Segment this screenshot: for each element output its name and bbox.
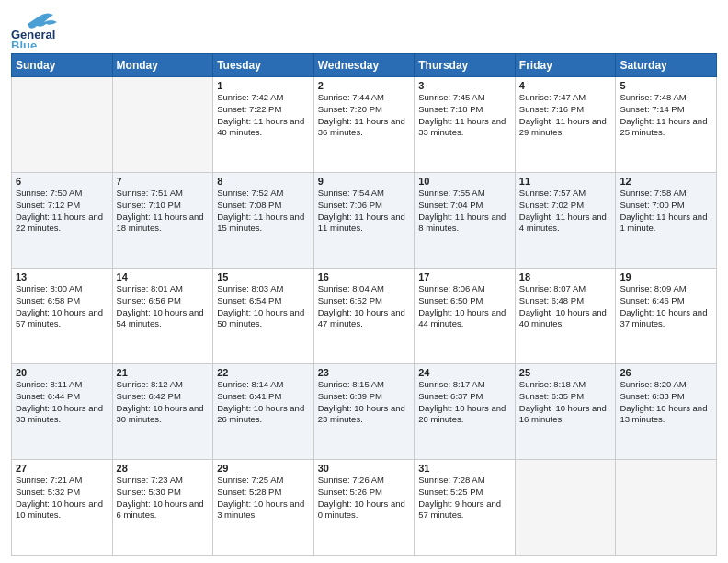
calendar-day-cell xyxy=(515,460,616,556)
day-number: 31 xyxy=(418,463,511,474)
calendar-day-cell: 21Sunrise: 8:12 AMSunset: 6:42 PMDayligh… xyxy=(112,364,213,460)
day-number: 27 xyxy=(16,463,108,474)
calendar-day-header: Wednesday xyxy=(313,54,415,77)
day-info: Sunrise: 8:09 AMSunset: 6:46 PMDaylight:… xyxy=(620,283,712,330)
day-info: Sunrise: 8:18 AMSunset: 6:35 PMDaylight:… xyxy=(519,379,612,426)
calendar-week-row: 1Sunrise: 7:42 AMSunset: 7:22 PMDaylight… xyxy=(12,77,717,173)
day-number: 2 xyxy=(318,80,411,91)
day-info: Sunrise: 7:55 AMSunset: 7:04 PMDaylight:… xyxy=(418,188,511,235)
logo: General Blue xyxy=(11,9,59,48)
calendar-day-cell: 17Sunrise: 8:06 AMSunset: 6:50 PMDayligh… xyxy=(415,269,516,364)
day-number: 15 xyxy=(217,271,310,282)
day-number: 1 xyxy=(217,80,310,91)
calendar-day-header: Saturday xyxy=(616,54,717,77)
calendar-day-cell: 8Sunrise: 7:52 AMSunset: 7:08 PMDaylight… xyxy=(213,173,314,269)
day-info: Sunrise: 7:44 AMSunset: 7:20 PMDaylight:… xyxy=(318,92,411,139)
calendar-day-cell: 2Sunrise: 7:44 AMSunset: 7:20 PMDaylight… xyxy=(313,77,415,173)
day-info: Sunrise: 8:20 AMSunset: 6:33 PMDaylight:… xyxy=(620,379,712,426)
day-number: 29 xyxy=(217,463,310,474)
calendar-day-cell xyxy=(12,77,113,173)
calendar-day-header: Sunday xyxy=(12,54,113,77)
day-number: 20 xyxy=(16,367,108,378)
calendar-day-cell: 5Sunrise: 7:48 AMSunset: 7:14 PMDaylight… xyxy=(616,77,717,173)
calendar-day-cell: 15Sunrise: 8:03 AMSunset: 6:54 PMDayligh… xyxy=(213,269,314,364)
day-number: 7 xyxy=(117,176,210,187)
day-info: Sunrise: 8:01 AMSunset: 6:56 PMDaylight:… xyxy=(117,283,210,330)
day-number: 8 xyxy=(217,176,310,187)
day-info: Sunrise: 7:21 AMSunset: 5:32 PMDaylight:… xyxy=(16,475,108,522)
day-number: 28 xyxy=(117,463,210,474)
calendar-day-header: Tuesday xyxy=(213,54,314,77)
calendar-day-cell: 29Sunrise: 7:25 AMSunset: 5:28 PMDayligh… xyxy=(213,460,314,556)
day-info: Sunrise: 7:50 AMSunset: 7:12 PMDaylight:… xyxy=(16,188,108,235)
day-number: 10 xyxy=(418,176,511,187)
calendar-day-cell: 18Sunrise: 8:07 AMSunset: 6:48 PMDayligh… xyxy=(515,269,616,364)
day-info: Sunrise: 7:58 AMSunset: 7:00 PMDaylight:… xyxy=(620,188,712,235)
day-number: 23 xyxy=(318,367,411,378)
day-number: 4 xyxy=(519,80,612,91)
calendar-day-cell xyxy=(616,460,717,556)
day-number: 5 xyxy=(620,80,712,91)
day-number: 25 xyxy=(519,367,612,378)
day-number: 22 xyxy=(217,367,310,378)
calendar-day-cell: 1Sunrise: 7:42 AMSunset: 7:22 PMDaylight… xyxy=(213,77,314,173)
day-info: Sunrise: 8:07 AMSunset: 6:48 PMDaylight:… xyxy=(519,283,612,330)
day-number: 30 xyxy=(318,463,411,474)
calendar-day-cell: 10Sunrise: 7:55 AMSunset: 7:04 PMDayligh… xyxy=(415,173,516,269)
day-number: 3 xyxy=(418,80,511,91)
day-info: Sunrise: 8:04 AMSunset: 6:52 PMDaylight:… xyxy=(318,283,411,330)
day-info: Sunrise: 8:03 AMSunset: 6:54 PMDaylight:… xyxy=(217,283,310,330)
calendar-day-header: Monday xyxy=(112,54,213,77)
calendar-day-cell: 13Sunrise: 8:00 AMSunset: 6:58 PMDayligh… xyxy=(12,269,113,364)
day-info: Sunrise: 8:17 AMSunset: 6:37 PMDaylight:… xyxy=(418,379,511,426)
calendar-header-row: SundayMondayTuesdayWednesdayThursdayFrid… xyxy=(12,54,717,77)
calendar-day-cell: 20Sunrise: 8:11 AMSunset: 6:44 PMDayligh… xyxy=(12,364,113,460)
calendar-week-row: 6Sunrise: 7:50 AMSunset: 7:12 PMDaylight… xyxy=(12,173,717,269)
header: General Blue xyxy=(11,9,717,48)
calendar-week-row: 27Sunrise: 7:21 AMSunset: 5:32 PMDayligh… xyxy=(12,460,717,556)
day-number: 14 xyxy=(117,271,210,282)
calendar-day-cell: 4Sunrise: 7:47 AMSunset: 7:16 PMDaylight… xyxy=(515,77,616,173)
calendar-day-cell: 14Sunrise: 8:01 AMSunset: 6:56 PMDayligh… xyxy=(112,269,213,364)
day-info: Sunrise: 7:23 AMSunset: 5:30 PMDaylight:… xyxy=(117,475,210,522)
calendar-day-cell: 30Sunrise: 7:26 AMSunset: 5:26 PMDayligh… xyxy=(313,460,415,556)
day-number: 24 xyxy=(418,367,511,378)
day-info: Sunrise: 7:54 AMSunset: 7:06 PMDaylight:… xyxy=(318,188,411,235)
day-info: Sunrise: 7:25 AMSunset: 5:28 PMDaylight:… xyxy=(217,475,310,522)
day-info: Sunrise: 8:11 AMSunset: 6:44 PMDaylight:… xyxy=(16,379,108,426)
day-info: Sunrise: 8:00 AMSunset: 6:58 PMDaylight:… xyxy=(16,283,108,330)
calendar-day-cell: 11Sunrise: 7:57 AMSunset: 7:02 PMDayligh… xyxy=(515,173,616,269)
day-info: Sunrise: 7:42 AMSunset: 7:22 PMDaylight:… xyxy=(217,92,310,139)
calendar-day-cell: 26Sunrise: 8:20 AMSunset: 6:33 PMDayligh… xyxy=(616,364,717,460)
day-number: 13 xyxy=(16,271,108,282)
calendar-day-cell: 31Sunrise: 7:28 AMSunset: 5:25 PMDayligh… xyxy=(415,460,516,556)
calendar-day-cell: 22Sunrise: 8:14 AMSunset: 6:41 PMDayligh… xyxy=(213,364,314,460)
calendar-week-row: 13Sunrise: 8:00 AMSunset: 6:58 PMDayligh… xyxy=(12,269,717,364)
calendar-day-cell: 3Sunrise: 7:45 AMSunset: 7:18 PMDaylight… xyxy=(415,77,516,173)
day-number: 17 xyxy=(418,271,511,282)
page: General Blue SundayMondayTuesdayWednesda… xyxy=(0,0,728,563)
calendar-day-cell: 24Sunrise: 8:17 AMSunset: 6:37 PMDayligh… xyxy=(415,364,516,460)
calendar-day-cell xyxy=(112,77,213,173)
day-number: 11 xyxy=(519,176,612,187)
calendar-day-cell: 19Sunrise: 8:09 AMSunset: 6:46 PMDayligh… xyxy=(616,269,717,364)
day-info: Sunrise: 7:28 AMSunset: 5:25 PMDaylight:… xyxy=(418,475,511,522)
calendar-day-header: Thursday xyxy=(415,54,516,77)
day-info: Sunrise: 8:14 AMSunset: 6:41 PMDaylight:… xyxy=(217,379,310,426)
calendar-day-cell: 23Sunrise: 8:15 AMSunset: 6:39 PMDayligh… xyxy=(313,364,415,460)
day-info: Sunrise: 8:15 AMSunset: 6:39 PMDaylight:… xyxy=(318,379,411,426)
svg-text:Blue: Blue xyxy=(11,39,37,48)
day-number: 16 xyxy=(318,271,411,282)
day-info: Sunrise: 7:45 AMSunset: 7:18 PMDaylight:… xyxy=(418,92,511,139)
day-number: 19 xyxy=(620,271,712,282)
day-number: 12 xyxy=(620,176,712,187)
calendar-day-cell: 6Sunrise: 7:50 AMSunset: 7:12 PMDaylight… xyxy=(12,173,113,269)
calendar-day-header: Friday xyxy=(515,54,616,77)
calendar-day-cell: 9Sunrise: 7:54 AMSunset: 7:06 PMDaylight… xyxy=(313,173,415,269)
day-number: 18 xyxy=(519,271,612,282)
day-number: 26 xyxy=(620,367,712,378)
calendar-day-cell: 12Sunrise: 7:58 AMSunset: 7:00 PMDayligh… xyxy=(616,173,717,269)
day-info: Sunrise: 7:57 AMSunset: 7:02 PMDaylight:… xyxy=(519,188,612,235)
calendar-day-cell: 25Sunrise: 8:18 AMSunset: 6:35 PMDayligh… xyxy=(515,364,616,460)
logo-icon: General Blue xyxy=(11,9,59,48)
